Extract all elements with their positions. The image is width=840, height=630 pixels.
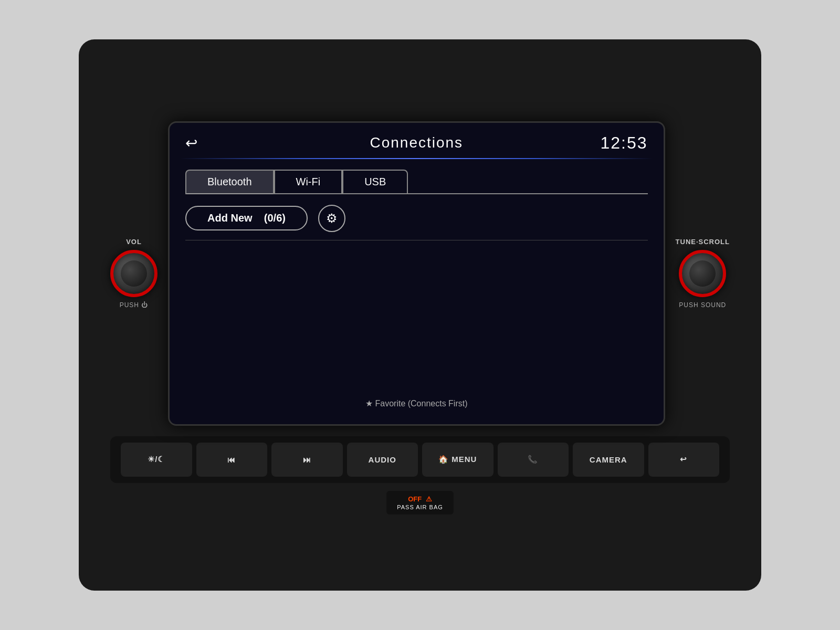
vol-knob[interactable] — [110, 250, 158, 297]
settings-button[interactable]: ⚙ — [318, 205, 345, 232]
push-sound-label: PUSH SOUND — [679, 301, 726, 309]
add-new-row: Add New (0/6) ⚙ — [170, 194, 664, 232]
tabs-row: Bluetooth Wi-Fi USB — [170, 159, 664, 194]
airbag-area: OFF ⚠ PASS AIR BAG — [386, 491, 454, 514]
tune-knob-area: TUNE·SCROLL PUSH SOUND — [676, 238, 730, 309]
next-button[interactable]: ⏭ — [271, 443, 343, 477]
display-button[interactable]: ☀/☾ — [121, 443, 192, 477]
push-power-label: PUSH ⏻ — [120, 301, 149, 309]
vol-knob-area: VOL PUSH ⏻ — [110, 238, 158, 309]
audio-button[interactable]: AUDIO — [347, 443, 418, 477]
airbag-indicator: OFF ⚠ PASS AIR BAG — [386, 491, 454, 514]
screen-content: ★ Favorite (Connects First) — [170, 240, 664, 424]
tab-bluetooth[interactable]: Bluetooth — [185, 170, 274, 194]
main-screen: ↩ Connections 12:53 Bluetooth Wi-Fi USB — [168, 121, 665, 426]
car-panel: VOL PUSH ⏻ ↩ Connections 12:53 Bluetooth — [79, 39, 761, 591]
tab-wifi[interactable]: Wi-Fi — [274, 170, 343, 194]
prev-button[interactable]: ⏮ — [196, 443, 268, 477]
favorite-hint: ★ Favorite (Connects First) — [365, 398, 467, 408]
menu-button[interactable]: 🏠 MENU — [422, 443, 494, 477]
screen-title: Connections — [370, 134, 463, 151]
clock-display: 12:53 — [600, 133, 647, 153]
camera-button[interactable]: CAMERA — [573, 443, 644, 477]
add-new-button[interactable]: Add New (0/6) — [185, 206, 308, 230]
tune-knob[interactable] — [679, 250, 726, 297]
phone-button[interactable]: 📞 — [498, 443, 569, 477]
screen-header: ↩ Connections 12:53 — [170, 123, 664, 158]
tune-label: TUNE·SCROLL — [676, 238, 730, 246]
screen-area: VOL PUSH ⏻ ↩ Connections 12:53 Bluetooth — [110, 121, 730, 426]
back-button[interactable]: ↩ — [185, 134, 197, 152]
vol-label: VOL — [126, 238, 142, 246]
tab-usb[interactable]: USB — [342, 170, 408, 194]
airbag-off-label: OFF ⚠ — [408, 495, 432, 503]
back-nav-button[interactable]: ↩ — [648, 443, 720, 477]
bottom-bar: ☀/☾ ⏮ ⏭ AUDIO 🏠 MENU 📞 CAMERA ↩ — [110, 436, 730, 483]
airbag-main-label: PASS AIR BAG — [397, 504, 443, 510]
